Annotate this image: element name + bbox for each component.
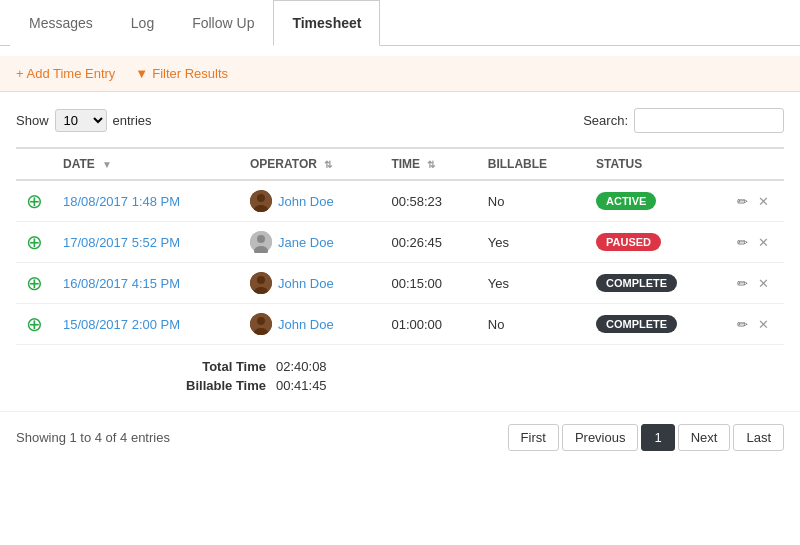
date-sort-icon: ▼ (102, 159, 112, 170)
time-cell-3: 01:00:00 (381, 304, 477, 345)
tab-messages[interactable]: Messages (10, 0, 112, 46)
status-badge-2: COMPLETE (596, 274, 677, 292)
total-time-value: 02:40:08 (276, 359, 327, 374)
avatar-3 (250, 313, 272, 335)
show-label: Show (16, 113, 49, 128)
search-label: Search: (583, 113, 628, 128)
actions-cell-2: ✏ ✕ (724, 263, 784, 304)
operator-sort-icon: ⇅ (324, 159, 332, 170)
avatar-2 (250, 272, 272, 294)
actions-cell-0: ✏ ✕ (724, 180, 784, 222)
status-cell-0: ACTIVE (586, 180, 724, 222)
edit-icon-0[interactable]: ✏ (734, 194, 751, 209)
time-cell-0: 00:58:23 (381, 180, 477, 222)
operator-cell-1: Jane Doe (250, 231, 371, 253)
svg-point-10 (257, 317, 265, 325)
date-link-2[interactable]: 16/08/2017 4:15 PM (63, 276, 180, 291)
table-row: ⊕15/08/2017 2:00 PM John Doe01:00:00NoCO… (16, 304, 784, 345)
avatar-1 (250, 231, 272, 253)
add-entry-icon-0[interactable]: ⊕ (26, 190, 43, 212)
operator-cell-3: John Doe (250, 313, 371, 335)
actions-cell-1: ✏ ✕ (724, 222, 784, 263)
pagination: First Previous 1 Next Last (508, 424, 784, 451)
table-row: ⊕16/08/2017 4:15 PM John Doe00:15:00YesC… (16, 263, 784, 304)
avatar-0 (250, 190, 272, 212)
delete-icon-0[interactable]: ✕ (755, 194, 772, 209)
edit-icon-3[interactable]: ✏ (734, 317, 751, 332)
table-row: ⊕17/08/2017 5:52 PM Jane Doe00:26:45YesP… (16, 222, 784, 263)
status-cell-3: COMPLETE (586, 304, 724, 345)
operator-cell-0: John Doe (250, 190, 371, 212)
svg-point-1 (257, 194, 265, 202)
add-entry-icon-1[interactable]: ⊕ (26, 231, 43, 253)
search-input[interactable] (634, 108, 784, 133)
svg-point-4 (257, 235, 265, 243)
status-badge-3: COMPLETE (596, 315, 677, 333)
operator-link-0[interactable]: John Doe (278, 194, 334, 209)
add-entry-icon-2[interactable]: ⊕ (26, 272, 43, 294)
delete-icon-3[interactable]: ✕ (755, 317, 772, 332)
billable-cell-1: Yes (478, 222, 586, 263)
operator-link-1[interactable]: Jane Doe (278, 235, 334, 250)
edit-icon-2[interactable]: ✏ (734, 276, 751, 291)
status-badge-0: ACTIVE (596, 192, 656, 210)
status-cell-2: COMPLETE (586, 263, 724, 304)
date-link-3[interactable]: 15/08/2017 2:00 PM (63, 317, 180, 332)
svg-point-7 (257, 276, 265, 284)
add-entry-icon-3[interactable]: ⊕ (26, 313, 43, 335)
billable-time-label: Billable Time (156, 378, 266, 393)
status-cell-1: PAUSED (586, 222, 724, 263)
pagination-previous[interactable]: Previous (562, 424, 639, 451)
filter-icon: ▼ (135, 66, 148, 81)
delete-icon-1[interactable]: ✕ (755, 235, 772, 250)
pagination-last[interactable]: Last (733, 424, 784, 451)
time-sort-icon: ⇅ (427, 159, 435, 170)
billable-cell-3: No (478, 304, 586, 345)
toolbar: + Add Time Entry ▼ Filter Results (0, 56, 800, 92)
show-entries-row: Show 10 25 50 100 entries Search: (0, 102, 800, 139)
pagination-next[interactable]: Next (678, 424, 731, 451)
table-row: ⊕18/08/2017 1:48 PM John Doe00:58:23NoAC… (16, 180, 784, 222)
showing-text: Showing 1 to 4 of 4 entries (16, 430, 170, 445)
tab-bar: Messages Log Follow Up Timesheet (0, 0, 800, 46)
entries-label: entries (113, 113, 152, 128)
status-badge-1: PAUSED (596, 233, 661, 251)
billable-time-value: 00:41:45 (276, 378, 327, 393)
total-time-label: Total Time (156, 359, 266, 374)
footer: Showing 1 to 4 of 4 entries First Previo… (0, 411, 800, 463)
col-actions (724, 148, 784, 180)
filter-results-button[interactable]: ▼ Filter Results (135, 66, 228, 81)
edit-icon-1[interactable]: ✏ (734, 235, 751, 250)
timesheet-table-wrap: DATE ▼ OPERATOR ⇅ TIME ⇅ BILLABLE STATUS… (0, 147, 800, 345)
time-cell-2: 00:15:00 (381, 263, 477, 304)
operator-link-2[interactable]: John Doe (278, 276, 334, 291)
pagination-first[interactable]: First (508, 424, 559, 451)
billable-cell-2: Yes (478, 263, 586, 304)
time-cell-1: 00:26:45 (381, 222, 477, 263)
entries-select[interactable]: 10 25 50 100 (55, 109, 107, 132)
operator-cell-2: John Doe (250, 272, 371, 294)
totals-section: Total Time 02:40:08 Billable Time 00:41:… (0, 345, 800, 411)
billable-cell-0: No (478, 180, 586, 222)
col-date[interactable]: DATE ▼ (53, 148, 240, 180)
timesheet-table: DATE ▼ OPERATOR ⇅ TIME ⇅ BILLABLE STATUS… (16, 147, 784, 345)
tab-timesheet[interactable]: Timesheet (273, 0, 380, 46)
delete-icon-2[interactable]: ✕ (755, 276, 772, 291)
actions-cell-3: ✏ ✕ (724, 304, 784, 345)
pagination-current[interactable]: 1 (641, 424, 674, 451)
col-operator[interactable]: OPERATOR ⇅ (240, 148, 381, 180)
col-status: STATUS (586, 148, 724, 180)
operator-link-3[interactable]: John Doe (278, 317, 334, 332)
tab-log[interactable]: Log (112, 0, 173, 46)
col-time[interactable]: TIME ⇅ (381, 148, 477, 180)
date-link-0[interactable]: 18/08/2017 1:48 PM (63, 194, 180, 209)
tab-followup[interactable]: Follow Up (173, 0, 273, 46)
date-link-1[interactable]: 17/08/2017 5:52 PM (63, 235, 180, 250)
col-billable: BILLABLE (478, 148, 586, 180)
col-add (16, 148, 53, 180)
add-time-entry-button[interactable]: + Add Time Entry (16, 66, 115, 81)
